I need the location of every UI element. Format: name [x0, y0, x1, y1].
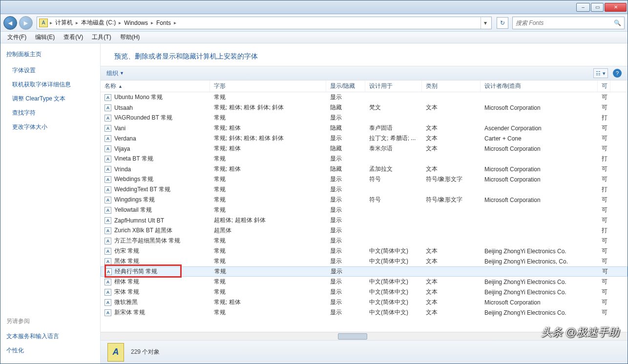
table-row[interactable]: A新宋体 常规常规显示中文(简体中文)文本Beijing ZhongYi Ele… [101, 307, 628, 318]
col-style[interactable]: 字形 [210, 81, 326, 92]
font-category-cell: 文本 [422, 257, 481, 265]
font-name: Vrinda [114, 166, 131, 173]
font-category-cell: 文本 [422, 288, 481, 296]
breadcrumb-dropdown[interactable]: ▾ [481, 17, 489, 29]
font-last-cell: 可 [598, 257, 610, 265]
refresh-button[interactable]: ↻ [497, 17, 508, 29]
font-style-cell: 常规 [210, 237, 326, 245]
table-row[interactable]: A方正兰亭超细黑简体 常规常规显示可 [101, 236, 628, 246]
table-row[interactable]: A楷体 常规常规显示中文(简体中文)文本Beijing ZhongYi Elec… [101, 277, 628, 287]
font-style-cell: 常规 [210, 175, 326, 183]
menu-help[interactable]: 帮助(H) [116, 32, 144, 42]
font-category-cell: 文本 [422, 144, 481, 153]
maximize-button[interactable]: ▭ [591, 3, 604, 12]
forward-button[interactable]: ► [19, 16, 33, 30]
crumb-drive[interactable]: 本地磁盘 (C:) [78, 19, 119, 27]
sidebar-link-personalization[interactable]: 个性化 [6, 344, 94, 357]
col-last[interactable]: 可 [598, 81, 610, 92]
font-icon: A [105, 289, 111, 296]
sidebar-link-online-details[interactable]: 联机获取字体详细信息 [6, 79, 94, 91]
organize-button[interactable]: 组织 ▼ [106, 69, 124, 78]
table-row[interactable]: AYellowtail 常规常规显示可 [101, 205, 628, 215]
font-mfr-cell: Microsoft Corporation [481, 166, 598, 173]
menu-view[interactable]: 查看(V) [60, 32, 87, 42]
menu-edit[interactable]: 编辑(E) [31, 32, 59, 42]
crumb-windows[interactable]: Windows [121, 20, 151, 26]
table-row[interactable]: AZapfHumnst Ult BT超粗体; 超粗体 斜体显示可 [101, 215, 628, 225]
sidebar-heading[interactable]: 控制面板主页 [6, 50, 94, 59]
sidebar-link-cleartype[interactable]: 调整 ClearType 文本 [6, 93, 94, 105]
font-last-cell: 可 [598, 93, 610, 101]
table-row[interactable]: AVrinda常规; 粗体隐藏孟加拉文文本Microsoft Corporati… [101, 164, 628, 174]
table-row[interactable]: AZurich XBlk BT 超黑体超黑体显示打 [101, 225, 628, 236]
font-show-cell: 显示 [327, 267, 366, 276]
table-row[interactable]: AVijaya常规; 粗体隐藏泰米尔语文本Microsoft Corporati… [101, 143, 628, 154]
search-box[interactable]: 🔍 [512, 17, 625, 29]
table-row[interactable]: A黑体 常规常规显示中文(简体中文)文本Beijing ZhongYi Elec… [101, 256, 628, 266]
sidebar-link-font-size[interactable]: 更改字体大小 [6, 121, 94, 133]
table-row[interactable]: AUtsaah常规; 粗体; 粗体 斜体; 斜体隐藏梵文文本Microsoft … [101, 102, 628, 113]
font-style-cell: 常规; 粗体 [210, 165, 326, 173]
font-show-cell: 显示 [326, 155, 365, 163]
font-last-cell: 可 [598, 196, 610, 204]
font-category-cell: 文本 [422, 308, 481, 317]
font-name: Vani [114, 125, 126, 132]
font-show-cell: 隐藏 [326, 124, 365, 132]
minimize-button[interactable]: – [576, 3, 590, 12]
table-row[interactable]: AUbuntu Mono 常规常规显示可 [101, 92, 628, 102]
font-category-cell: 文本 [422, 278, 481, 286]
table-row[interactable]: AWingdings 常规常规显示符号符号/象形文字Microsoft Corp… [101, 195, 628, 205]
font-name: Zurich XBlk BT 超黑体 [114, 226, 172, 235]
menu-file[interactable]: 文件(F) [3, 32, 30, 42]
font-icon: A [105, 94, 111, 101]
font-style-cell: 常规 [210, 185, 326, 194]
col-name[interactable]: 名称▲ [101, 81, 210, 92]
horizontal-scrollbar[interactable] [101, 332, 628, 340]
crumb-fonts[interactable]: Fonts [153, 20, 174, 26]
col-manufacturer[interactable]: 设计者/制造商 [481, 81, 598, 92]
table-row[interactable]: A经典行书简 常规常规显示可 [101, 266, 628, 277]
font-show-cell: 显示 [326, 93, 365, 101]
font-icon: A [105, 299, 111, 306]
col-designed-for[interactable]: 设计用于 [365, 81, 422, 92]
back-button[interactable]: ◄ [3, 16, 17, 30]
col-show-hide[interactable]: 显示/隐藏 [326, 81, 365, 92]
table-row[interactable]: AVineta BT 常规常规显示打 [101, 154, 628, 164]
font-name: Vineta BT 常规 [114, 155, 153, 163]
table-row[interactable]: A微软雅黑常规; 粗体显示中文(简体中文)文本Microsoft Corpora… [101, 297, 628, 307]
search-input[interactable] [516, 20, 614, 26]
font-mfr-cell: Beijing ZhongYi Electronics, Co. [481, 258, 598, 265]
view-mode-button[interactable]: ☷ ▾ [593, 68, 608, 78]
font-last-cell: 可 [598, 206, 610, 214]
table-row[interactable]: AVani常规; 粗体隐藏泰卢固语文本Ascender Corporation可 [101, 123, 628, 133]
sidebar-link-find-char[interactable]: 查找字符 [6, 107, 94, 119]
font-mfr-cell: Microsoft Corporation [481, 299, 598, 306]
search-icon[interactable]: 🔍 [614, 20, 621, 26]
table-row[interactable]: A仿宋 常规常规显示中文(简体中文)文本Beijing ZhongYi Elec… [101, 246, 628, 256]
table-row[interactable]: AWeddingText BT 常规常规显示打 [101, 184, 628, 195]
font-show-cell: 显示 [326, 114, 365, 122]
font-design-cell: 中文(简体中文) [365, 247, 422, 255]
sidebar-link-text-services[interactable]: 文本服务和输入语言 [6, 330, 94, 343]
sidebar-link-font-settings[interactable]: 字体设置 [6, 64, 94, 77]
col-category[interactable]: 类别 [422, 81, 481, 92]
status-bar: A 229 个对象 [101, 340, 628, 364]
font-category-cell: 符号/象形文字 [422, 175, 481, 183]
font-mfr-cell: Beijing ZhongYi Electronics Co. [481, 279, 598, 285]
crumb-computer[interactable]: 计算机 [52, 19, 76, 27]
font-last-cell: 打 [598, 114, 610, 122]
breadcrumb[interactable]: A ▸ 计算机▸ 本地磁盘 (C:)▸ Windows▸ Fonts▸ ▾ [37, 17, 492, 29]
menu-tools[interactable]: 工具(T) [88, 32, 115, 42]
table-row[interactable]: A宋体 常规常规显示中文(简体中文)文本Beijing ZhongYi Elec… [101, 287, 628, 297]
help-button[interactable]: ? [613, 69, 622, 78]
close-button[interactable]: ✕ [605, 3, 627, 12]
font-design-cell: 泰卢固语 [365, 124, 422, 132]
table-row[interactable]: AVerdana常规; 斜体; 粗体; 粗体 斜体显示拉丁文; 希腊语; ...… [101, 133, 628, 143]
font-last-cell: 可 [598, 165, 610, 173]
font-mfr-cell: Beijing ZhongYi Electronics Co. [481, 248, 598, 255]
font-last-cell: 可 [598, 278, 610, 286]
font-icon: A [105, 227, 111, 234]
table-row[interactable]: AWebdings 常规常规显示符号符号/象形文字Microsoft Corpo… [101, 174, 628, 184]
table-row[interactable]: AVAGRounded BT 常规常规显示打 [101, 113, 628, 123]
list-body[interactable]: AUbuntu Mono 常规常规显示可AUtsaah常规; 粗体; 粗体 斜体… [101, 92, 628, 332]
